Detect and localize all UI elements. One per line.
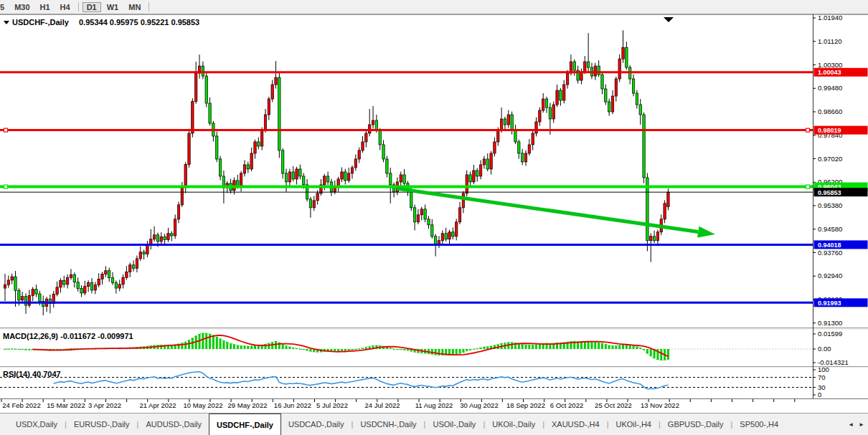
timeframe-toolbar: 5M30H1H4D1W1MN [0, 0, 868, 14]
chart-window: 1.019401.011201.003000.994800.986600.978… [0, 14, 868, 413]
candle-body [354, 159, 357, 168]
candle-body [494, 142, 496, 153]
candle-body [98, 279, 100, 285]
candle-body [417, 215, 419, 222]
candle-body [66, 277, 68, 285]
candle-body [362, 142, 364, 150]
chart-tab-ukoil-daily[interactable]: UKOil-,Daily [485, 414, 542, 435]
candle-body [240, 173, 242, 186]
candle-body [160, 237, 162, 242]
candle-body [445, 234, 447, 239]
macd-histogram-bar [243, 346, 245, 349]
timeframe-button-h4[interactable]: H4 [56, 2, 75, 12]
macd-histogram-bar [605, 344, 607, 349]
candle-body [594, 66, 596, 76]
candle-body [139, 252, 141, 259]
line-handle[interactable] [4, 185, 8, 188]
price-axis-label: 0.98660 [818, 107, 842, 115]
timeframe-button-d1[interactable]: D1 [82, 2, 101, 12]
date-axis-label: 30 Aug 2022 [460, 401, 498, 409]
candle-body [115, 282, 117, 288]
candle-body [28, 295, 30, 305]
macd-histogram-bar [230, 343, 232, 349]
macd-histogram-bar [337, 349, 339, 351]
chart-tab-gbpusd-daily[interactable]: GBPUSD-,Daily [661, 414, 731, 435]
candle-body [611, 96, 613, 112]
candle-body [118, 285, 121, 288]
candle-body [667, 192, 669, 206]
candle-body [539, 110, 541, 122]
macd-histogram-bar [456, 349, 458, 355]
candle-body [143, 252, 145, 254]
candle-body [524, 153, 527, 162]
chart-tab-usdcad-daily[interactable]: USDCAD-,Daily [281, 414, 352, 435]
timeframe-button-w1[interactable]: W1 [103, 2, 123, 12]
candle-body [296, 169, 298, 179]
macd-histogram-bar [184, 342, 187, 349]
macd-histogram-bar [660, 349, 662, 360]
macd-histogram-bar [282, 344, 284, 349]
tab-scroll-right-icon[interactable]: ► [859, 421, 864, 428]
candle-body [473, 171, 475, 182]
chart-tab-usdcnh-daily[interactable]: USDCNH-,Daily [353, 414, 423, 435]
chart-tab-usdx-daily[interactable]: USDX,Daily [9, 414, 65, 435]
candle-body [264, 115, 266, 130]
macd-histogram-bar [608, 345, 610, 349]
candle-body [4, 285, 6, 288]
candle-body [507, 115, 509, 125]
candle-body [278, 77, 280, 150]
candle-body [542, 99, 544, 110]
candle-body [326, 176, 329, 182]
chart-tab-eurusd-daily[interactable]: EURUSD-,Daily [67, 414, 137, 435]
macd-histogram-bar [650, 349, 652, 356]
chart-tab-usdchf-daily[interactable]: USDCHF-,Daily [209, 414, 281, 435]
candle-body [195, 73, 197, 102]
date-axis-label: 11 Aug 2022 [415, 401, 453, 409]
macd-histogram-bar [643, 349, 645, 350]
macd-histogram-bar [462, 349, 464, 353]
hline-tag-label: 1.00043 [818, 69, 841, 76]
macd-histogram-bar [459, 349, 461, 353]
chart-tab-xauusd-h4[interactable]: XAUUSD-,H4 [544, 414, 607, 435]
candle-body [521, 153, 523, 162]
candle-body [70, 274, 72, 277]
date-axis-label: 24 Jul 2022 [364, 401, 400, 409]
line-handle[interactable] [4, 128, 8, 132]
candle-body [250, 153, 253, 169]
chart-tab-usoil-daily[interactable]: USOil-,Daily [425, 414, 483, 435]
price-axis-label: 1.01120 [818, 37, 842, 45]
candle-body [608, 102, 610, 112]
chart-tab-sp500-h4[interactable]: SP500-,H4 [732, 414, 786, 435]
macd-histogram-bar [202, 333, 204, 349]
candle-body [192, 102, 194, 133]
candle-body [563, 85, 565, 100]
line-handle[interactable] [806, 185, 810, 188]
candle-body [285, 173, 287, 182]
macd-histogram-bar [254, 345, 256, 349]
candle-body [618, 59, 621, 79]
candle-body [101, 274, 103, 279]
macd-histogram-bar [271, 342, 273, 349]
hline-tag-label: 0.98019 [818, 127, 841, 134]
chart-canvas[interactable]: 1.019401.011201.003000.994800.986600.978… [0, 14, 868, 413]
tab-scroll-controls: ◄► [848, 414, 864, 435]
candle-body [386, 159, 388, 173]
candle-body [14, 277, 16, 290]
candle-body [573, 62, 575, 70]
candle-body [587, 62, 589, 67]
price-axis-label: 0.95380 [818, 201, 842, 209]
date-axis: 24 Feb 202215 Mar 20223 Apr 202221 Apr 2… [1, 399, 795, 409]
timeframe-button-5[interactable]: 5 [0, 2, 9, 12]
timeframe-button-mn[interactable]: MN [124, 2, 145, 12]
macd-histogram-bar [480, 348, 482, 349]
timeframe-button-h1[interactable]: H1 [36, 2, 55, 12]
timeframe-button-m30[interactable]: M30 [10, 2, 34, 12]
macd-histogram-bar [532, 345, 534, 349]
chart-tab-audusd-daily[interactable]: AUDUSD-,Daily [138, 414, 209, 435]
candle-body [108, 271, 110, 278]
line-handle[interactable] [806, 128, 810, 132]
candle-body [11, 277, 13, 280]
date-axis-label: 16 Jun 2022 [274, 401, 311, 409]
chart-tab-ukoil-h4[interactable]: UKOil-,H4 [608, 414, 659, 435]
tab-scroll-left-icon[interactable]: ◄ [848, 421, 854, 428]
